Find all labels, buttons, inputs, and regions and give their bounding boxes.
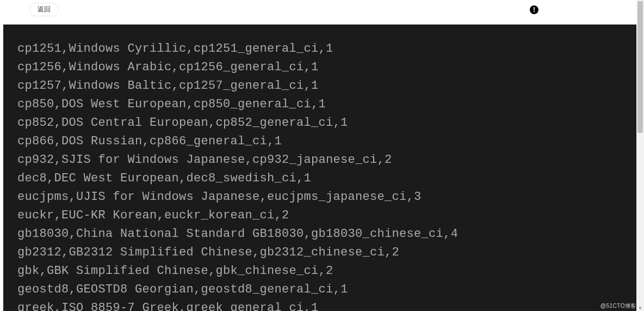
output-line: gbk,GBK Simplified Chinese,gbk_chinese_c… (17, 262, 627, 280)
header-bar: 返回 ! (0, 0, 644, 19)
back-button[interactable]: 返回 (29, 3, 59, 16)
output-line: eucjpms,UJIS for Windows Japanese,eucjpm… (17, 188, 627, 206)
output-line: gb18030,China National Standard GB18030,… (17, 225, 627, 243)
output-line: cp1257,Windows Baltic,cp1257_general_ci,… (17, 77, 627, 95)
output-line: cp866,DOS Russian,cp866_general_ci,1 (17, 132, 627, 151)
watermark: @51CTO博客 (600, 302, 636, 310)
output-line: cp1256,Windows Arabic,cp1256_general_ci,… (17, 58, 627, 77)
output-line: greek,ISO 8859-7 Greek,greek_general_ci,… (17, 299, 627, 311)
output-line: gb2312,GB2312 Simplified Chinese,gb2312_… (17, 243, 627, 262)
chevron-down-icon[interactable]: ▼ (637, 304, 643, 311)
vertical-scrollbar[interactable] (636, 0, 644, 311)
exclamation-icon[interactable]: ! (530, 5, 538, 14)
output-line: cp932,SJIS for Windows Japanese,cp932_ja… (17, 151, 627, 169)
output-line: cp850,DOS West European,cp850_general_ci… (17, 95, 627, 114)
output-line: geostd8,GEOSTD8 Georgian,geostd8_general… (17, 280, 627, 299)
output-line: cp1251,Windows Cyrillic,cp1251_general_c… (17, 40, 627, 58)
output-line: dec8,DEC West European,dec8_swedish_ci,1 (17, 169, 627, 188)
terminal-output: cp1251,Windows Cyrillic,cp1251_general_c… (3, 25, 641, 311)
output-line: euckr,EUC-KR Korean,euckr_korean_ci,2 (17, 206, 627, 225)
scroll-thumb[interactable] (637, 1, 643, 133)
output-line: cp852,DOS Central European,cp852_general… (17, 114, 627, 132)
